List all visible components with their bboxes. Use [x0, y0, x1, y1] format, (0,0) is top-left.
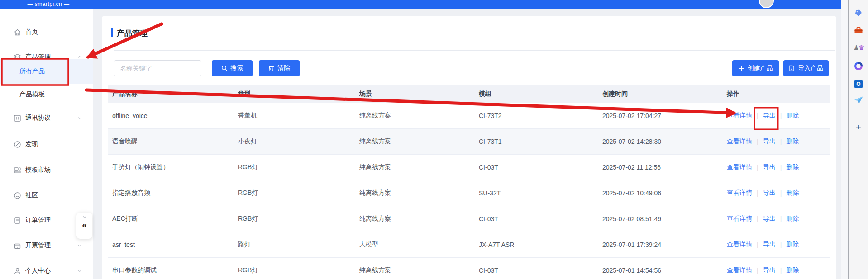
product-name: 手势灯（闹钟设置）: [108, 163, 234, 171]
export-link[interactable]: 导出: [763, 189, 776, 197]
top-bar: — smartpi.cn —: [0, 0, 841, 9]
product-module: CI-03T: [474, 267, 598, 274]
shopping-tag-icon[interactable]: [849, 7, 868, 19]
export-link[interactable]: 导出: [763, 163, 776, 171]
sidebar-collapse-button[interactable]: «: [76, 213, 92, 239]
delete-link[interactable]: 删除: [786, 215, 799, 223]
created-time: 2025-07-02 17:04:27: [598, 112, 722, 119]
sidebar-item-community[interactable]: 社区: [0, 186, 93, 204]
export-link[interactable]: 导出: [763, 215, 776, 223]
product-module: CI-73T1: [474, 138, 598, 145]
table-row: 串口参数的调试 RGB灯 纯离线方案 CI-03T 2025-07-01 14:…: [108, 258, 830, 279]
collapse-arrows-icon: «: [76, 219, 92, 231]
protocol-icon: [14, 114, 21, 122]
view-detail-link[interactable]: 查看详情: [727, 215, 752, 223]
table-row: 语音唤醒 小夜灯 纯离线方案 CI-73T1 2025-07-02 14:28:…: [108, 129, 830, 155]
export-link[interactable]: 导出: [763, 112, 776, 120]
sidebar-item-communication-protocol[interactable]: 通讯协议: [0, 109, 93, 127]
column-header: 模组: [474, 90, 598, 98]
games-chess-icon[interactable]: ♟♛: [849, 42, 868, 54]
product-type: RGB灯: [234, 215, 355, 223]
product-type: RGB灯: [234, 189, 355, 197]
export-link[interactable]: 导出: [763, 241, 776, 249]
page-title: 产品管理: [117, 28, 148, 38]
view-detail-link[interactable]: 查看详情: [727, 189, 752, 197]
person-icon: [14, 267, 21, 275]
view-detail-link[interactable]: 查看详情: [727, 266, 752, 274]
sidebar-item-label: 首页: [25, 28, 38, 36]
browser-scrollbar[interactable]: [841, 0, 848, 279]
sidebar-item-invoice-management[interactable]: 开票管理: [0, 236, 93, 255]
product-scene: 纯离线方案: [355, 163, 474, 171]
import-product-button[interactable]: 导入产品: [783, 60, 829, 76]
column-header: 类型: [234, 90, 355, 98]
view-detail-link[interactable]: 查看详情: [727, 163, 752, 171]
outlook-icon[interactable]: O: [849, 78, 868, 90]
brand-logo: — smartpi.cn —: [0, 0, 97, 9]
product-name: 串口参数的调试: [108, 266, 234, 274]
delete-link[interactable]: 删除: [786, 266, 799, 274]
table-row: 手势灯（闹钟设置） RGB灯 纯离线方案 CI-03T 2025-07-02 1…: [108, 155, 830, 180]
delete-link[interactable]: 删除: [786, 241, 799, 249]
sidebar-item-discover[interactable]: 发现: [0, 135, 93, 153]
create-product-button[interactable]: 创建产品: [732, 60, 779, 76]
table-row: AEC打断 RGB灯 纯离线方案 CI-03T 2025-07-02 08:51…: [108, 206, 830, 232]
created-time: 2025-07-02 11:12:56: [598, 164, 722, 171]
title-divider: [114, 50, 835, 51]
row-actions: 查看详情|导出|删除: [722, 215, 830, 223]
row-actions: 查看详情|导出|删除: [722, 137, 830, 146]
view-detail-link[interactable]: 查看详情: [727, 137, 752, 146]
toolbox-icon[interactable]: [849, 24, 868, 36]
product-module: CI-03T: [474, 164, 598, 171]
product-type: RGB灯: [234, 266, 355, 274]
clear-button[interactable]: 清除: [259, 60, 300, 76]
column-header: 创建时间: [598, 90, 722, 98]
sidebar-item-personal-center[interactable]: 个人中心: [0, 262, 93, 279]
delete-link[interactable]: 删除: [786, 137, 799, 146]
product-table: 产品名称 类型 场景 模组 创建时间 操作 offline_voice 香薰机 …: [108, 85, 830, 279]
microsoft-365-copilot-icon[interactable]: [849, 60, 868, 72]
product-scene: 纯离线方案: [355, 189, 474, 197]
sidebar-item-label: 个人中心: [25, 267, 51, 275]
trash-icon: [268, 65, 274, 71]
search-button[interactable]: 搜索: [212, 60, 253, 76]
paper-plane-icon[interactable]: [849, 95, 868, 106]
product-name: 语音唤醒: [108, 137, 234, 146]
export-link[interactable]: 导出: [763, 266, 776, 274]
smiley-icon: [14, 192, 21, 199]
product-type: 小夜灯: [234, 137, 355, 146]
table-row: offline_voice 香薰机 纯离线方案 CI-73T2 2025-07-…: [108, 103, 830, 129]
product-scene: 纯离线方案: [355, 137, 474, 146]
search-icon: [221, 65, 228, 71]
home-icon: [14, 28, 21, 36]
search-input[interactable]: [114, 60, 201, 76]
layout-grid-icon: [14, 166, 21, 174]
sidebar-item-all-products[interactable]: 所有产品: [0, 59, 93, 84]
column-header: 操作: [722, 90, 830, 98]
sidebar-item-label: 开票管理: [25, 241, 51, 250]
sidebar-item-template-market[interactable]: 模板市场: [0, 161, 93, 179]
view-detail-link[interactable]: 查看详情: [727, 112, 752, 120]
browser-sidebar-strip: ♟♛ O +: [849, 0, 868, 279]
strip-divider: [853, 116, 864, 116]
chevron-down-icon: [82, 215, 87, 219]
table-row: 指定播放音频 RGB灯 纯离线方案 SU-32T 2025-07-02 10:4…: [108, 180, 830, 206]
delete-link[interactable]: 删除: [786, 163, 799, 171]
sidebar-item-home[interactable]: 首页: [0, 23, 93, 41]
add-sidebar-item-icon[interactable]: +: [849, 121, 868, 133]
import-file-icon: [789, 65, 795, 71]
delete-link[interactable]: 删除: [786, 112, 799, 120]
view-detail-link[interactable]: 查看详情: [727, 241, 752, 249]
sidebar-item-label: 通讯协议: [25, 114, 51, 122]
delete-link[interactable]: 删除: [786, 189, 799, 197]
product-scene: 纯离线方案: [355, 112, 474, 120]
sidebar-item-product-templates[interactable]: 产品模板: [0, 85, 93, 104]
created-time: 2025-07-02 10:49:06: [598, 189, 722, 197]
sidebar-item-label: 模板市场: [25, 166, 51, 174]
product-scene: 纯离线方案: [355, 266, 474, 274]
sidebar-item-label: 发现: [25, 140, 38, 148]
row-actions: 查看详情|导出|删除: [722, 163, 830, 171]
plus-icon: [739, 66, 744, 71]
table-header-row: 产品名称 类型 场景 模组 创建时间 操作: [108, 85, 830, 103]
export-link[interactable]: 导出: [763, 137, 776, 146]
